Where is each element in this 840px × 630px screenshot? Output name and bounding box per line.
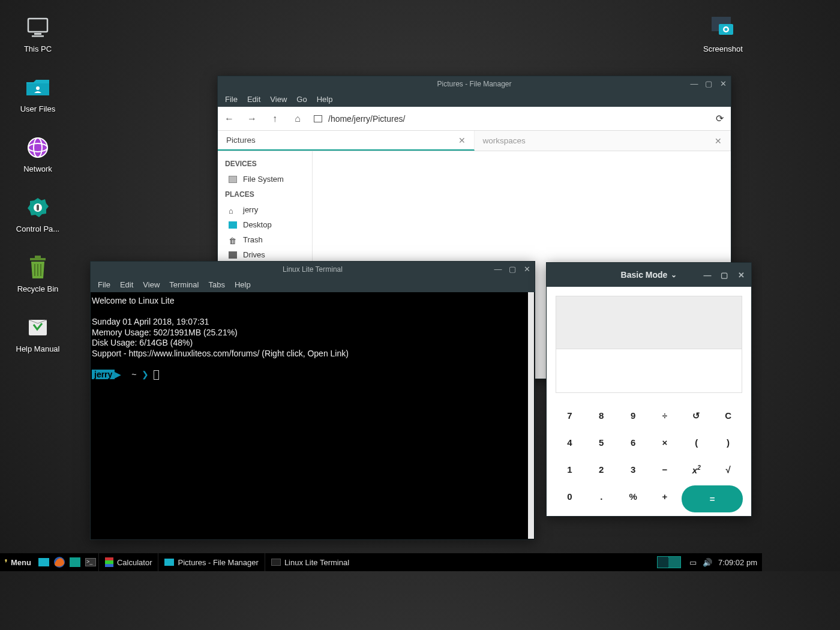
nav-home-button[interactable]: ⌂ bbox=[286, 107, 309, 131]
maximize-button[interactable]: ▢ bbox=[507, 264, 518, 275]
sidebar-item-home[interactable]: ⌂ jerry bbox=[218, 202, 312, 217]
menu-tabs[interactable]: Tabs bbox=[208, 280, 224, 289]
desktop-icon bbox=[229, 221, 237, 229]
taskbar-task-filemanager[interactable]: Pictures - File Manager bbox=[158, 553, 264, 571]
sidebar-item-trash[interactable]: 🗑 Trash bbox=[218, 232, 312, 247]
menu-view[interactable]: View bbox=[270, 95, 287, 104]
key-0[interactable]: 0 bbox=[554, 483, 586, 510]
launcher-firefox[interactable] bbox=[52, 554, 67, 570]
key-7[interactable]: 7 bbox=[554, 402, 586, 429]
tray-volume-icon[interactable]: 🔊 bbox=[703, 558, 712, 567]
menu-edit[interactable]: Edit bbox=[247, 95, 260, 104]
trash-small-icon: 🗑 bbox=[229, 236, 237, 244]
reload-button[interactable]: ⟳ bbox=[708, 107, 731, 131]
key-9[interactable]: 9 bbox=[617, 402, 649, 429]
menu-file[interactable]: File bbox=[225, 95, 238, 104]
settings-icon bbox=[23, 193, 52, 222]
close-button[interactable]: ✕ bbox=[521, 264, 532, 275]
svg-rect-11 bbox=[30, 258, 46, 260]
term-line: Sunday 01 April 2018, 19:07:31 bbox=[92, 317, 209, 326]
close-button[interactable]: ✕ bbox=[736, 269, 746, 280]
maximize-button[interactable]: ▢ bbox=[719, 269, 730, 280]
menu-edit[interactable]: Edit bbox=[120, 280, 133, 289]
desktop-icon-recycle-bin[interactable]: Recycle Bin bbox=[11, 253, 65, 293]
sidebar-item-filesystem[interactable]: File System bbox=[218, 172, 312, 187]
calculator-titlebar[interactable]: Basic Mode ⌄ — ▢ ✕ bbox=[547, 263, 751, 287]
desktop-icon-user-files[interactable]: User Files bbox=[11, 73, 65, 113]
tab-pictures[interactable]: Pictures ✕ bbox=[218, 131, 475, 151]
key-6[interactable]: 6 bbox=[617, 429, 649, 456]
key-5[interactable]: 5 bbox=[586, 429, 617, 456]
menu-terminal[interactable]: Terminal bbox=[169, 280, 199, 289]
key-lparen[interactable]: ( bbox=[680, 429, 712, 456]
key-divide[interactable]: ÷ bbox=[649, 402, 680, 429]
cursor-icon bbox=[154, 370, 159, 380]
terminal-titlebar[interactable]: Linux Lite Terminal — ▢ ✕ bbox=[91, 262, 535, 277]
file-manager-tabstrip: Pictures ✕ workspaces ✕ bbox=[218, 131, 731, 151]
nav-up-button[interactable]: ↑ bbox=[263, 107, 286, 131]
key-square[interactable]: x2 bbox=[680, 456, 712, 483]
desktop-icon-help-manual[interactable]: Help Manual bbox=[11, 313, 65, 353]
trash-icon bbox=[23, 253, 52, 282]
sidebar-item-drives[interactable]: Drives bbox=[218, 247, 312, 262]
desktop-icon-network[interactable]: Network bbox=[11, 133, 65, 173]
tab-close-icon[interactable]: ✕ bbox=[715, 136, 722, 146]
key-percent[interactable]: % bbox=[617, 483, 649, 510]
start-menu-button[interactable]: ❜ Menu bbox=[0, 558, 36, 567]
file-manager-titlebar[interactable]: Pictures - File Manager — ▢ ✕ bbox=[218, 76, 731, 91]
task-label: Calculator bbox=[117, 558, 152, 567]
tab-close-icon[interactable]: ✕ bbox=[458, 136, 466, 145]
key-4[interactable]: 4 bbox=[554, 429, 586, 456]
minimize-button[interactable]: — bbox=[689, 79, 700, 89]
key-3[interactable]: 3 bbox=[617, 456, 649, 483]
calc-display-input[interactable] bbox=[556, 349, 742, 392]
menu-file[interactable]: File bbox=[98, 280, 110, 289]
calculator-window: Basic Mode ⌄ — ▢ ✕ 7 8 9 ÷ ↺ C 4 5 6 × (… bbox=[546, 262, 752, 517]
key-rparen[interactable]: ) bbox=[712, 429, 744, 456]
menu-view[interactable]: View bbox=[143, 280, 160, 289]
minimize-button[interactable]: — bbox=[493, 264, 503, 275]
screenshot-icon bbox=[709, 13, 737, 42]
key-multiply[interactable]: × bbox=[649, 429, 680, 456]
key-8[interactable]: 8 bbox=[586, 402, 617, 429]
tray-clock[interactable]: 7:09:02 pm bbox=[718, 558, 757, 567]
nav-forward-button[interactable]: → bbox=[241, 107, 263, 131]
workspace-switcher[interactable] bbox=[657, 556, 681, 568]
terminal-body[interactable]: Welcome to Linux Lite Sunday 01 April 20… bbox=[91, 292, 535, 539]
taskbar-task-terminal[interactable]: Linux Lite Terminal bbox=[265, 553, 355, 571]
menu-go[interactable]: Go bbox=[296, 95, 307, 104]
desktop-icon-control-panel[interactable]: Control Pa... bbox=[11, 193, 65, 233]
chevron-down-icon[interactable]: ⌄ bbox=[671, 271, 677, 279]
desktop-icon-screenshot[interactable]: Screenshot bbox=[696, 13, 750, 53]
key-2[interactable]: 2 bbox=[586, 456, 617, 483]
file-manager-toolbar: ← → ↑ ⌂ /home/jerry/Pictures/ ⟳ bbox=[218, 107, 731, 131]
tray-display-icon[interactable]: ▭ bbox=[689, 558, 697, 567]
minimize-button[interactable]: — bbox=[702, 269, 713, 280]
desktop-icon-this-pc[interactable]: This PC bbox=[11, 13, 65, 53]
sidebar-item-desktop[interactable]: Desktop bbox=[218, 217, 312, 232]
key-1[interactable]: 1 bbox=[554, 456, 586, 483]
key-sqrt[interactable]: √ bbox=[712, 456, 744, 483]
menu-help[interactable]: Help bbox=[317, 95, 333, 104]
nav-back-button[interactable]: ← bbox=[218, 107, 241, 131]
tab-workspaces[interactable]: workspaces ✕ bbox=[475, 131, 731, 151]
key-minus[interactable]: − bbox=[649, 456, 680, 483]
key-equals[interactable]: = bbox=[682, 485, 743, 512]
menu-help[interactable]: Help bbox=[235, 280, 251, 289]
launcher-files[interactable] bbox=[36, 554, 52, 570]
maximize-button[interactable]: ▢ bbox=[703, 79, 714, 89]
taskbar: ❜ Menu >_ Calculator Pictures - File Man… bbox=[0, 553, 762, 571]
path-bar[interactable]: /home/jerry/Pictures/ bbox=[309, 114, 708, 124]
key-dot[interactable]: . bbox=[586, 483, 617, 510]
monitor-icon bbox=[23, 13, 52, 42]
terminal-scrollbar[interactable] bbox=[528, 292, 534, 539]
key-undo[interactable]: ↺ bbox=[680, 402, 712, 429]
key-plus[interactable]: + bbox=[649, 483, 680, 510]
taskbar-task-calculator[interactable]: Calculator bbox=[98, 553, 158, 571]
launcher-home[interactable] bbox=[67, 554, 83, 570]
launcher-terminal[interactable]: >_ bbox=[83, 554, 98, 570]
calculator-mode-label[interactable]: Basic Mode bbox=[621, 270, 668, 280]
sidebar-heading-places: PLACES bbox=[218, 187, 312, 202]
key-clear[interactable]: C bbox=[712, 402, 744, 429]
close-button[interactable]: ✕ bbox=[718, 79, 728, 89]
